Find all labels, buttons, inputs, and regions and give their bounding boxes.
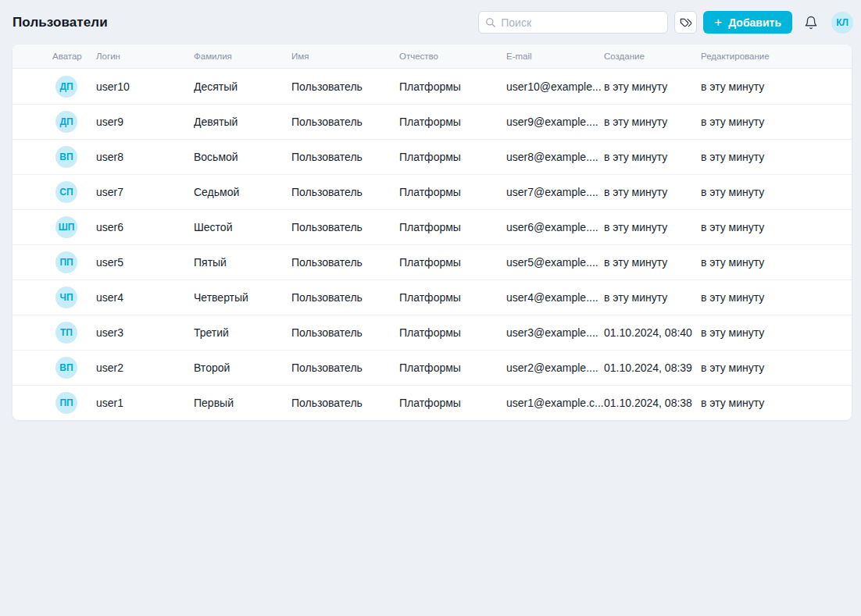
login-cell: user9 [96, 116, 194, 128]
lastname-cell: Седьмой [194, 186, 291, 198]
table-row[interactable]: ВП user2 Второй Пользователь Платформы u… [13, 350, 852, 385]
row-avatar: ДП [55, 111, 77, 133]
login-cell: user4 [96, 291, 194, 304]
lastname-cell: Девятый [194, 116, 291, 128]
notifications-button[interactable] [802, 13, 820, 32]
col-header-middlename: Отчество [399, 52, 506, 61]
avatar-cell: ТП [52, 322, 96, 344]
middlename-cell: Платформы [399, 186, 506, 198]
lastname-cell: Третий [194, 326, 291, 339]
email-cell: user10@example... [506, 80, 604, 93]
middlename-cell: Платформы [399, 116, 506, 128]
firstname-cell: Пользователь [291, 256, 399, 269]
email-cell: user4@example.... [506, 291, 604, 304]
edited-cell: в эту минуту [701, 186, 852, 198]
row-avatar: ДП [55, 76, 77, 98]
middlename-cell: Платформы [399, 397, 506, 409]
topbar-actions: + Добавить КЛ [478, 11, 853, 34]
plus-icon: + [714, 16, 722, 29]
search-input[interactable] [501, 16, 661, 29]
table-row[interactable]: ВП user8 Восьмой Пользователь Платформы … [13, 139, 852, 174]
login-cell: user8 [96, 151, 194, 163]
firstname-cell: Пользователь [291, 397, 399, 409]
firstname-cell: Пользователь [291, 116, 399, 128]
tags-button[interactable] [674, 11, 697, 34]
avatar-cell: ВП [52, 357, 96, 379]
col-header-avatar: Аватар [52, 52, 96, 61]
edited-cell: в эту минуту [701, 116, 852, 128]
middlename-cell: Платформы [399, 151, 506, 163]
firstname-cell: Пользователь [291, 291, 399, 304]
created-cell: в эту минуту [604, 186, 701, 198]
avatar-cell: ШП [52, 216, 96, 238]
email-cell: user9@example.... [506, 116, 604, 128]
users-table: Аватар Логин Фамилия Имя Отчество E-mail… [13, 45, 852, 420]
lastname-cell: Пятый [194, 256, 291, 269]
row-avatar: ТП [55, 322, 77, 344]
col-header-firstname: Имя [291, 52, 399, 61]
col-header-lastname: Фамилия [194, 52, 291, 61]
avatar-cell: ПП [52, 251, 96, 273]
table-header: Аватар Логин Фамилия Имя Отчество E-mail… [13, 45, 852, 69]
created-cell: 01.10.2024, 08:39 [604, 361, 701, 374]
page-title: Пользователи [13, 15, 108, 30]
table-row[interactable]: ПП user5 Пятый Пользователь Платформы us… [13, 244, 852, 280]
table-row[interactable]: ШП user6 Шестой Пользователь Платформы u… [13, 209, 852, 244]
row-avatar: ПП [55, 251, 77, 273]
created-cell: 01.10.2024, 08:40 [604, 326, 701, 339]
email-cell: user1@example.c... [506, 397, 604, 409]
created-cell: в эту минуту [604, 151, 701, 163]
lastname-cell: Второй [194, 361, 291, 374]
middlename-cell: Платформы [399, 326, 506, 339]
row-avatar: ЧП [55, 287, 77, 308]
table-row[interactable]: ДП user9 Девятый Пользователь Платформы … [13, 104, 852, 139]
add-button[interactable]: + Добавить [703, 11, 792, 34]
email-cell: user8@example.... [506, 151, 604, 163]
lastname-cell: Десятый [194, 80, 291, 93]
firstname-cell: Пользователь [291, 326, 399, 339]
created-cell: в эту минуту [604, 256, 701, 269]
middlename-cell: Платформы [399, 256, 506, 269]
search-box[interactable] [478, 11, 668, 34]
created-cell: 01.10.2024, 08:38 [604, 397, 701, 409]
topbar: Пользователи + Добавить КЛ [0, 0, 861, 45]
avatar-cell: ПП [52, 392, 96, 414]
col-header-created: Создание [604, 52, 701, 61]
login-cell: user5 [96, 256, 194, 269]
edited-cell: в эту минуту [701, 397, 852, 409]
row-avatar: ПП [55, 392, 77, 414]
table-row[interactable]: ТП user3 Третий Пользователь Платформы u… [13, 315, 852, 350]
middlename-cell: Платформы [399, 361, 506, 374]
edited-cell: в эту минуту [701, 361, 852, 374]
table-row[interactable]: ДП user10 Десятый Пользователь Платформы… [13, 69, 852, 104]
login-cell: user3 [96, 326, 194, 339]
table-row[interactable]: ЧП user4 Четвертый Пользователь Платформ… [13, 280, 852, 315]
middlename-cell: Платформы [399, 291, 506, 304]
avatar-cell: СП [52, 181, 96, 203]
firstname-cell: Пользователь [291, 186, 399, 198]
created-cell: в эту минуту [604, 221, 701, 233]
firstname-cell: Пользователь [291, 80, 399, 93]
login-cell: user7 [96, 186, 194, 198]
user-avatar[interactable]: КЛ [831, 12, 853, 34]
lastname-cell: Четвертый [194, 291, 291, 304]
col-header-email: E-mail [506, 52, 604, 61]
table-body: ДП user10 Десятый Пользователь Платформы… [13, 69, 852, 420]
row-avatar: ШП [55, 216, 77, 238]
middlename-cell: Платформы [399, 221, 506, 233]
login-cell: user1 [96, 397, 194, 409]
table-row[interactable]: СП user7 Седьмой Пользователь Платформы … [13, 174, 852, 209]
avatar-cell: ЧП [52, 287, 96, 308]
edited-cell: в эту минуту [701, 256, 852, 269]
tags-icon [680, 16, 692, 29]
edited-cell: в эту минуту [701, 80, 852, 93]
email-cell: user5@example.... [506, 256, 604, 269]
created-cell: в эту минуту [604, 291, 701, 304]
created-cell: в эту минуту [604, 116, 701, 128]
email-cell: user2@example.... [506, 361, 604, 374]
avatar-cell: ВП [52, 146, 96, 168]
email-cell: user3@example.... [506, 326, 604, 339]
edited-cell: в эту минуту [701, 291, 852, 304]
col-header-login: Логин [96, 52, 194, 61]
table-row[interactable]: ПП user1 Первый Пользователь Платформы u… [13, 385, 852, 420]
